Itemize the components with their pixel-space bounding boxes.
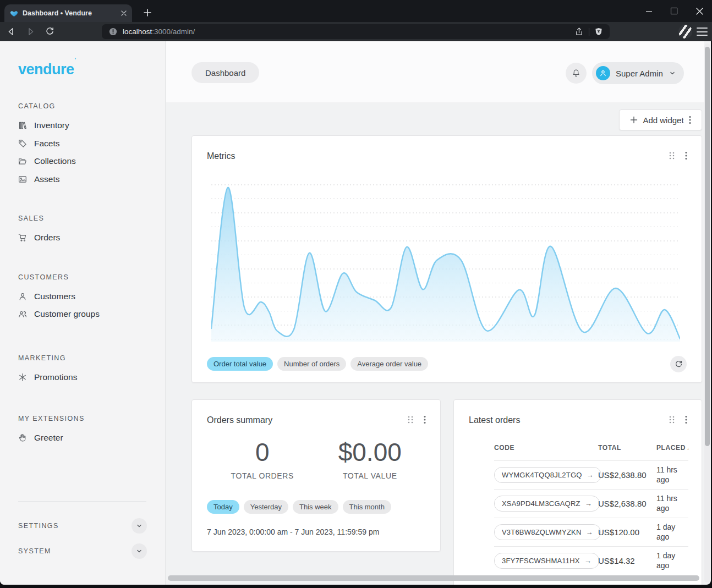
sidebar-item-assets[interactable]: Assets [18,171,147,189]
back-button[interactable] [3,24,19,40]
breadcrumb[interactable]: Dashboard [191,62,259,83]
column-code: CODE [494,444,598,452]
page-header: Dashboard Super Admin [166,41,704,102]
new-tab-button[interactable] [141,6,154,19]
table-header: CODE TOTAL PLACED AT [494,444,688,460]
range-this-month[interactable]: This month [343,500,391,514]
cart-icon [18,233,27,242]
stat-total-orders: 0 TOTAL ORDERS [209,439,316,480]
vertical-scrollbar[interactable] [704,43,710,582]
sidebar-item-settings[interactable]: SETTINGS [18,515,147,537]
sidebar-item-orders[interactable]: Orders [18,229,147,247]
drag-handle-icon[interactable] [669,151,675,160]
profile-avatar[interactable] [678,25,692,39]
sidebar-item-system[interactable]: SYSTEM [18,540,147,562]
metrics-title: Metrics [207,151,235,161]
sidebar-item-customer-groups[interactable]: Customer groups [18,305,147,323]
window-minimize-button[interactable] [636,0,661,22]
brave-shield-icon[interactable] [594,27,603,36]
summary-range-tabs: Today Yesterday This week This month [207,500,391,514]
site-info-icon[interactable] [108,27,118,36]
order-code: XSA9PD4LM3CGAQRZ [502,499,580,508]
chevron-down-icon [135,547,143,555]
nav-item-label: Assets [34,174,60,184]
kebab-menu-icon[interactable] [424,415,426,424]
main-content: Dashboard Super Admin Add widget [166,41,704,585]
settings-label: SETTINGS [18,522,59,530]
notifications-button[interactable] [566,63,587,84]
drag-handle-icon[interactable] [669,415,675,424]
refresh-button[interactable] [670,356,687,372]
range-yesterday[interactable]: Yesterday [244,500,288,514]
users-icon [18,310,27,318]
window-controls [636,0,712,22]
user-menu[interactable]: Super Admin [592,62,684,84]
horizontal-scrollbar-thumb[interactable] [168,575,699,581]
summary-date-range: 7 Jun 2023, 0:00:00 am - 7 Jun 2023, 11:… [207,527,379,536]
tag-icon [18,139,27,148]
latest-orders-widget: Latest orders CODE TOTAL PLACED AT WYMGK… [453,399,702,585]
sidebar-item-collections[interactable]: Collections [18,152,147,171]
hand-icon [18,433,27,442]
arrow-right-icon: → [585,499,592,508]
range-this-week[interactable]: This week [293,500,338,514]
browser-toolbar: localhost:3000/admin/ [0,22,712,41]
order-code-link[interactable]: XSA9PD4LM3CGAQRZ→ [494,496,600,512]
add-widget-label: Add widget [643,116,683,125]
order-code: 3FY7FSCWSHMA11HX [502,557,580,565]
nav-item-label: Promotions [34,372,77,382]
tab-number-of-orders[interactable]: Number of orders [277,357,346,371]
add-widget-button[interactable]: Add widget [619,109,702,130]
column-total: TOTAL [598,444,656,452]
share-icon[interactable] [574,27,584,36]
tab-title: Dashboard • Vendure [23,9,118,17]
vendure-favicon [10,9,18,18]
order-code-link[interactable]: WYMGK4TQQ8JL2TGQ→ [494,467,601,483]
order-total: US$2,638.80 [598,499,656,508]
promotion-icon [18,373,27,382]
menu-icon[interactable] [697,26,708,37]
latest-orders-title: Latest orders [469,415,520,425]
order-code-link[interactable]: V3T6BW8ZQLWMYZKN→ [494,524,601,540]
sidebar-item-greeter[interactable]: Greeter [18,429,147,447]
sidebar-item-facets[interactable]: Facets [18,135,147,153]
chevron-down-icon [135,522,143,530]
book-icon [18,121,27,130]
url-bar[interactable]: localhost:3000/admin/ [102,24,610,39]
arrow-right-icon: → [587,471,594,479]
vendure-admin-app: vendure’ CATALOG Inventory Facets [0,41,711,585]
tab-average-order-value[interactable]: Average order value [350,357,428,371]
system-expand-button[interactable] [132,543,147,559]
folder-icon [18,157,27,166]
sidebar-item-customers[interactable]: Customers [18,288,147,306]
forward-button[interactable] [22,24,39,40]
horizontal-scrollbar[interactable] [167,575,704,581]
divider [589,28,589,36]
window-maximize-button[interactable] [661,0,687,22]
total-value-label: TOTAL VALUE [316,471,424,480]
nav-item-label: Customers [34,292,75,301]
order-code: V3T6BW8ZQLWMYZKN [502,528,582,536]
window-close-button[interactable] [687,0,712,22]
kebab-menu-icon[interactable] [685,151,687,160]
tab-order-total-value[interactable]: Order total value [207,357,273,371]
plus-icon [630,116,638,124]
total-value-value: $0.00 [316,439,424,465]
user-name: Super Admin [616,69,663,78]
kebab-menu-icon[interactable] [689,116,691,124]
browser-window: Dashboard • Vendure localhost [0,0,712,588]
order-total: US$120.00 [598,527,656,537]
tab-close-icon[interactable] [121,10,127,16]
vendure-logo[interactable]: vendure’ [0,41,165,77]
settings-expand-button[interactable] [132,518,147,534]
vertical-scrollbar-thumb[interactable] [705,47,710,446]
url-text: localhost:3000/admin/ [123,28,195,36]
reload-button[interactable] [41,24,58,40]
sidebar-item-inventory[interactable]: Inventory [18,117,147,135]
kebab-menu-icon[interactable] [685,415,687,424]
browser-tab[interactable]: Dashboard • Vendure [4,4,132,22]
drag-handle-icon[interactable] [407,415,414,424]
range-today[interactable]: Today [207,500,239,514]
sidebar-item-promotions[interactable]: Promotions [18,369,147,387]
order-code-link[interactable]: 3FY7FSCWSHMA11HX→ [494,553,599,569]
